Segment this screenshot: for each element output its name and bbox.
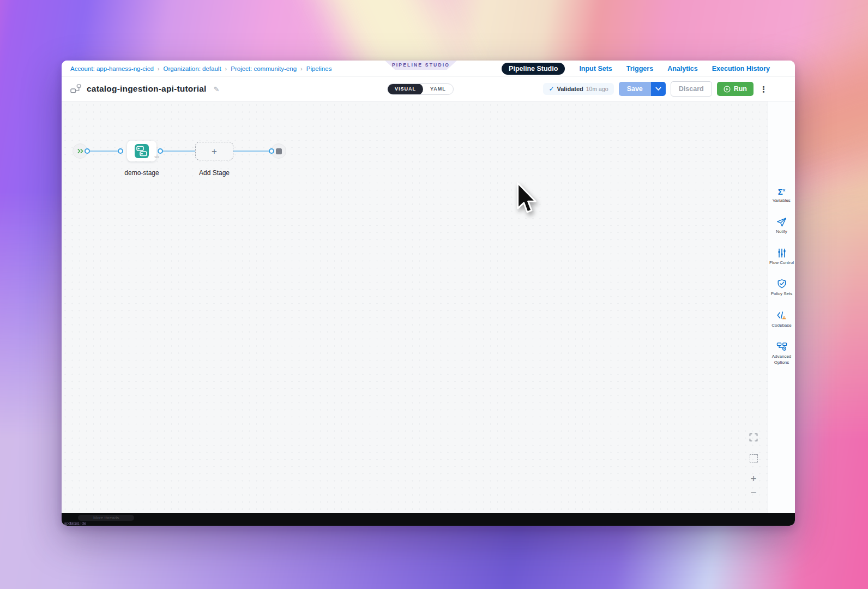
save-split-button: Save (619, 82, 666, 96)
zoom-in-button[interactable]: + (748, 473, 759, 484)
paper-plane-icon (776, 217, 787, 227)
custom-stage-icon (134, 143, 149, 159)
sidebar-item-label: Policy Sets (771, 291, 793, 297)
breadcrumb-separator: › (158, 65, 160, 72)
sigma-x-icon: Σx (778, 188, 785, 196)
check-icon: ✓ (548, 85, 554, 93)
fullscreen-button[interactable] (748, 432, 759, 443)
tab-analytics[interactable]: Analytics (667, 65, 698, 73)
sidebar-item-label: Variables (773, 198, 791, 204)
sidebar-item-codebase[interactable]: Codebase (769, 310, 795, 329)
add-stage-button[interactable]: + (195, 142, 233, 160)
plus-icon: + (212, 147, 217, 156)
toggle-yaml[interactable]: YAML (423, 83, 453, 95)
breadcrumb-project[interactable]: Project: community-eng (231, 65, 297, 72)
connector-handle[interactable] (158, 148, 163, 154)
play-icon (724, 86, 731, 93)
fullscreen-icon (749, 433, 758, 442)
breadcrumb: Account: app-harness-ng-cicd › Organizat… (70, 65, 331, 72)
shield-check-icon (777, 279, 787, 289)
view-toggle: VISUAL YAML (387, 83, 454, 95)
more-options-button[interactable]: ⋮ (760, 85, 768, 93)
connector-handle[interactable] (269, 148, 274, 154)
code-icon: </> (154, 155, 159, 159)
connector-handle[interactable] (85, 148, 90, 154)
sidebar-item-flow-control[interactable]: Flow Control (769, 248, 795, 266)
sidebar-item-label: Notify (776, 229, 787, 235)
validated-badge: ✓ Validated 10m ago (543, 83, 613, 95)
breadcrumb-bar: Account: app-harness-ng-cicd › Organizat… (62, 61, 795, 77)
connector-handle[interactable] (118, 148, 123, 154)
pipeline-canvas: </> + demo-stage Add Stage Σx Variables … (62, 101, 795, 513)
right-sidebar: Σx Variables Notify Flow Control (768, 101, 795, 513)
run-label: Run (734, 85, 747, 93)
tab-triggers[interactable]: Triggers (626, 65, 653, 73)
window-bottom-bar: More threads updates.ide (62, 513, 795, 526)
stage-label-demo-stage: demo-stage (120, 169, 163, 177)
tab-execution-history[interactable]: Execution History (712, 65, 770, 73)
chevron-down-icon (655, 87, 661, 91)
breadcrumb-account[interactable]: Account: app-harness-ng-cicd (70, 65, 154, 72)
stop-icon (276, 148, 282, 154)
code-warning-icon (776, 310, 787, 321)
sidebar-item-advanced-options[interactable]: Advanced Options (769, 342, 795, 366)
breadcrumb-pipelines[interactable]: Pipelines (306, 65, 332, 72)
pipeline-studio-badge: PIPELINE STUDIO (385, 61, 457, 70)
validated-label: Validated (557, 86, 583, 92)
toggle-visual[interactable]: VISUAL (388, 83, 423, 95)
sidebar-item-variables[interactable]: Σx Variables (769, 188, 795, 204)
canvas-zoom-controls: + − (748, 432, 759, 498)
tab-input-sets[interactable]: Input Sets (579, 65, 612, 73)
sidebar-item-policy-sets[interactable]: Policy Sets (769, 279, 795, 297)
pipeline-title-group: catalog-ingestion-api-tutorial ✎ (70, 84, 219, 94)
sidebar-item-label: Flow Control (769, 260, 794, 266)
sidebar-item-label: Codebase (771, 323, 791, 329)
toolbar-actions: ✓ Validated 10m ago Save Discard Run ⋮ (543, 81, 768, 97)
header-nav: Pipeline Studio Input Sets Triggers Anal… (502, 63, 770, 75)
breadcrumb-separator: › (300, 65, 303, 72)
add-stage-label: Add Stage (195, 169, 233, 177)
toolbar: catalog-ingestion-api-tutorial ✎ VISUAL … (62, 77, 795, 101)
sidebar-item-label: Advanced Options (769, 354, 795, 366)
background-text-fragment: More threads (78, 515, 134, 521)
breadcrumb-separator: › (225, 65, 227, 72)
fit-view-button[interactable] (750, 454, 758, 462)
page-title: catalog-ingestion-api-tutorial (87, 84, 207, 94)
connector-line (87, 151, 120, 152)
sidebar-item-notify[interactable]: Notify (769, 217, 795, 235)
sliders-icon (777, 248, 787, 258)
start-chevrons-icon (77, 148, 83, 154)
save-button[interactable]: Save (619, 82, 651, 96)
validated-time: 10m ago (586, 86, 608, 92)
zoom-out-button[interactable]: − (748, 487, 759, 498)
flowchart-gear-icon (776, 342, 787, 352)
edit-pencil-icon[interactable]: ✎ (214, 85, 220, 93)
app-window: Account: app-harness-ng-cicd › Organizat… (62, 61, 795, 526)
stage-node-demo-stage[interactable] (127, 141, 156, 161)
run-button[interactable]: Run (717, 82, 754, 96)
discard-button[interactable]: Discard (671, 81, 712, 97)
pipeline-icon (70, 84, 82, 94)
tab-pipeline-studio[interactable]: Pipeline Studio (502, 63, 565, 75)
breadcrumb-organization[interactable]: Organization: default (163, 65, 221, 72)
background-text-fragment: updates.ide (64, 521, 86, 526)
save-dropdown-button[interactable] (651, 82, 666, 96)
